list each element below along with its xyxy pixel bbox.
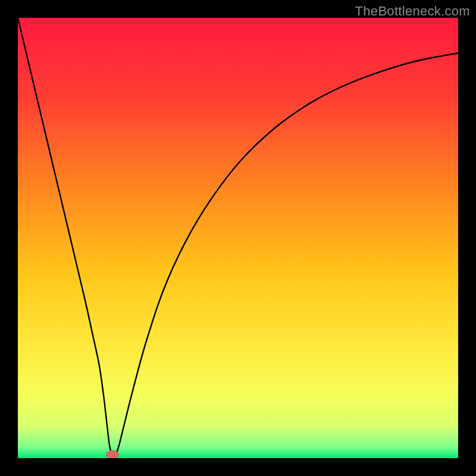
bottleneck-chart [18, 18, 458, 458]
watermark-text: TheBottleneck.com [355, 4, 470, 19]
gradient-background [18, 18, 458, 458]
plot-area [18, 18, 458, 458]
chart-frame: TheBottleneck.com [0, 0, 476, 476]
